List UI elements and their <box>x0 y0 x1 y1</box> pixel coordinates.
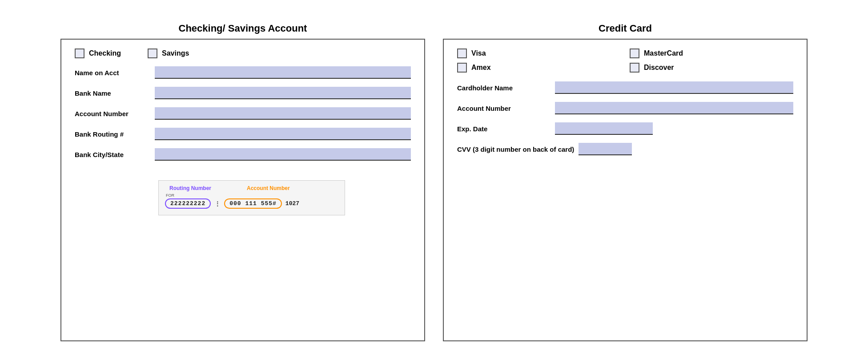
mastercard-label: MasterCard <box>644 49 683 57</box>
checking-savings-title: Checking/ Savings Account <box>60 23 425 34</box>
exp-date-row: Exp. Date <box>457 122 793 135</box>
checking-savings-section: Checking/ Savings Account Checking Savin… <box>60 23 425 341</box>
mastercard-checkbox-item[interactable]: MasterCard <box>630 49 793 58</box>
cc-type-checkboxes: Visa MasterCard Amex Discover <box>457 49 793 73</box>
savings-checkbox-item[interactable]: Savings <box>148 49 189 58</box>
routing-number-value: 222222222 <box>165 198 211 209</box>
name-on-acct-label: Name on Acct <box>75 69 155 77</box>
cvv-label: CVV (3 digit number on back of card) <box>457 146 574 153</box>
savings-checkbox[interactable] <box>148 49 157 58</box>
check-number-value: 1027 <box>285 200 299 207</box>
bank-name-row: Bank Name <box>75 87 411 99</box>
cvv-input[interactable] <box>579 143 632 155</box>
check-for-line: FOR <box>166 193 338 198</box>
bank-city-state-label: Bank City/State <box>75 151 155 158</box>
bank-city-state-input[interactable] <box>155 148 411 161</box>
amex-label: Amex <box>471 64 491 72</box>
cardholder-name-row: Cardholder Name <box>457 81 793 94</box>
exp-date-label: Exp. Date <box>457 125 555 133</box>
cardholder-name-label: Cardholder Name <box>457 84 555 92</box>
cc-account-number-row: Account Number <box>457 102 793 114</box>
bank-city-state-row: Bank City/State <box>75 148 411 161</box>
exp-date-input[interactable] <box>555 122 653 135</box>
account-number-label: Account Number <box>75 110 155 117</box>
routing-number-label: Routing Number <box>169 185 211 191</box>
visa-label: Visa <box>471 49 486 57</box>
cc-account-number-input[interactable] <box>555 102 793 114</box>
account-type-checkboxes: Checking Savings <box>75 49 411 58</box>
name-on-acct-input[interactable] <box>155 66 411 79</box>
discover-checkbox[interactable] <box>630 63 639 73</box>
visa-checkbox[interactable] <box>457 49 467 58</box>
checking-savings-box: Checking Savings Name on Acct Bank Name … <box>60 39 425 341</box>
amex-checkbox-item[interactable]: Amex <box>457 63 621 73</box>
bank-name-label: Bank Name <box>75 89 155 97</box>
discover-checkbox-item[interactable]: Discover <box>630 63 793 73</box>
check-labels-row: Routing Number Account Number <box>165 185 338 191</box>
checking-checkbox[interactable] <box>75 49 84 58</box>
account-number-input[interactable] <box>155 107 411 120</box>
page-wrapper: Checking/ Savings Account Checking Savin… <box>34 23 834 341</box>
check-numbers-row: 222222222 ⋮ 000 111 555# 1027 <box>165 198 338 209</box>
name-on-acct-row: Name on Acct <box>75 66 411 79</box>
bank-routing-input[interactable] <box>155 128 411 140</box>
savings-label: Savings <box>162 49 189 57</box>
credit-card-box: Visa MasterCard Amex Discover Cardholder… <box>443 39 808 341</box>
cvv-row: CVV (3 digit number on back of card) <box>457 143 793 155</box>
bank-routing-row: Bank Routing # <box>75 128 411 140</box>
check-illustration: Routing Number Account Number FOR 222222… <box>158 180 345 215</box>
bank-name-input[interactable] <box>155 87 411 99</box>
checking-checkbox-item[interactable]: Checking <box>75 49 121 58</box>
routing-separator: ⋮ <box>214 200 221 207</box>
account-number-value: 000 111 555# <box>224 198 282 209</box>
discover-label: Discover <box>644 64 674 72</box>
account-number-row: Account Number <box>75 107 411 120</box>
account-number-label-check: Account Number <box>247 185 290 191</box>
credit-card-section: Credit Card Visa MasterCard Amex <box>443 23 808 341</box>
cc-account-number-label: Account Number <box>457 105 555 112</box>
bank-routing-label: Bank Routing # <box>75 130 155 138</box>
visa-checkbox-item[interactable]: Visa <box>457 49 621 58</box>
cardholder-name-input[interactable] <box>555 81 793 94</box>
mastercard-checkbox[interactable] <box>630 49 639 58</box>
credit-card-title: Credit Card <box>443 23 808 34</box>
amex-checkbox[interactable] <box>457 63 467 73</box>
checking-label: Checking <box>89 49 121 57</box>
